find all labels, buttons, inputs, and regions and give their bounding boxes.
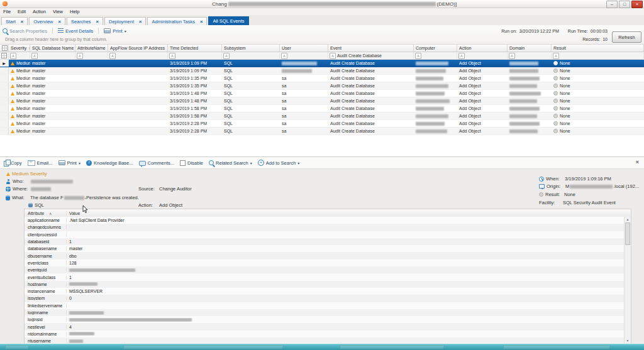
taskbar-button[interactable]: [340, 345, 444, 349]
event-row[interactable]: ▶Mediummaster3/19/2019 1:09 PMSQLAudit C…: [0, 60, 644, 67]
attribute-row[interactable]: nestlevel4: [25, 323, 624, 330]
column-header-appflow-source-ip-address[interactable]: AppFlow Source IP Address: [108, 45, 168, 52]
filter-cell-subsystem[interactable]: A: [222, 52, 280, 59]
print-button[interactable]: Print ▾: [104, 28, 126, 34]
attribute-row[interactable]: eventclass128: [25, 260, 624, 266]
search-properties-button[interactable]: Search Properties: [3, 28, 47, 34]
tab-overview[interactable]: Overview×: [29, 17, 65, 25]
column-header-attributename[interactable]: AttributeName: [75, 45, 108, 52]
scroll-down-icon[interactable]: ▼: [625, 338, 631, 343]
taskbar-button[interactable]: [123, 345, 283, 349]
detail-tool-print[interactable]: Print▾: [58, 160, 80, 166]
filter-cell-action[interactable]: A: [457, 52, 508, 59]
refresh-button[interactable]: Refresh: [612, 31, 641, 43]
tab-close-icon[interactable]: ×: [21, 19, 23, 24]
filter-cell-appflow-source-ip-address[interactable]: A: [108, 52, 168, 59]
tab-close-icon[interactable]: ×: [139, 19, 142, 24]
filter-cell-domain[interactable]: A: [508, 52, 552, 59]
event-row[interactable]: Mediummaster3/19/2019 1:48 PMSQLsaAudit …: [0, 90, 644, 97]
minimize-button[interactable]: –: [606, 1, 618, 8]
tab-administration-tasks[interactable]: Administration Tasks×: [147, 17, 207, 25]
filter-cell-result[interactable]: A: [552, 52, 644, 59]
taskbar-button[interactable]: [503, 345, 610, 349]
event-row[interactable]: Mediummaster3/19/2019 2:28 PMSQLsaAudit …: [0, 128, 644, 135]
event-row[interactable]: Mediummaster3/19/2019 1:48 PMSQLsaAudit …: [0, 97, 644, 105]
column-header-sql-database-name[interactable]: SQL Database Name: [30, 45, 75, 52]
filter-icon[interactable]: A: [415, 53, 421, 59]
filter-icon[interactable]: A: [509, 53, 515, 59]
attribute-row[interactable]: loginname: [25, 309, 624, 316]
detail-tool-disable[interactable]: Disable: [180, 160, 203, 166]
filter-icon[interactable]: A: [10, 53, 16, 59]
tab-close-icon[interactable]: ×: [58, 19, 61, 24]
attribute-row[interactable]: databaseid1: [25, 238, 624, 245]
filter-cell-user[interactable]: A: [280, 52, 328, 59]
attribute-scrollbar[interactable]: ▲ ▼: [624, 217, 631, 344]
column-header-action[interactable]: Action: [457, 45, 508, 52]
filter-icon[interactable]: A: [223, 53, 230, 59]
detail-tool-copy[interactable]: Copy: [4, 160, 22, 167]
scrollbar-thumb[interactable]: [625, 222, 630, 245]
attribute-column-header[interactable]: Attribute ∧: [25, 211, 67, 216]
filter-icon[interactable]: A: [77, 53, 83, 59]
event-row[interactable]: Mediummaster3/19/2019 2:28 PMSQLsaAudit …: [0, 120, 644, 128]
column-header-time-detected[interactable]: Time Detected: [168, 45, 222, 52]
attribute-row[interactable]: eventsubclass1: [25, 273, 624, 280]
attribute-row[interactable]: databasenamemaster: [25, 245, 624, 252]
column-header-result[interactable]: Result: [552, 45, 644, 52]
attribute-row[interactable]: linkedservername: [25, 302, 624, 309]
filter-cell-sql-database-name[interactable]: A: [30, 52, 75, 59]
column-header-user[interactable]: User: [280, 45, 328, 52]
tab-start[interactable]: Start×: [1, 17, 28, 25]
attribute-row[interactable]: clientprocessid: [25, 231, 624, 238]
taskbar-button[interactable]: [5, 345, 29, 349]
filter-icon[interactable]: A: [31, 53, 38, 59]
menu-edit[interactable]: Edit: [18, 9, 26, 14]
close-button[interactable]: ×: [631, 1, 643, 8]
menu-action[interactable]: Action: [33, 9, 46, 14]
maximize-button[interactable]: □: [619, 1, 630, 8]
tab-deployment[interactable]: Deployment×: [104, 17, 146, 25]
menu-help[interactable]: Help: [70, 9, 79, 14]
attribute-row[interactable]: loginsid: [25, 316, 624, 323]
attribute-row[interactable]: issystem0: [25, 295, 624, 302]
filter-cell-computer[interactable]: A: [414, 52, 457, 59]
filter-cell-severity[interactable]: A: [9, 52, 30, 59]
event-details-button[interactable]: Event Details: [58, 28, 93, 34]
event-row[interactable]: Mediummaster3/19/2019 1:58 PMSQLsaAudit …: [0, 105, 644, 112]
column-header-severity[interactable]: Severity∨: [9, 45, 30, 52]
attribute-row[interactable]: instancenameMSSQLSERVER: [25, 288, 624, 295]
detail-tool-related-search[interactable]: Related Search▾: [209, 160, 252, 166]
column-header-computer[interactable]: Computer: [414, 45, 457, 52]
filter-icon[interactable]: A: [458, 53, 465, 59]
tab-searches[interactable]: Searches×: [67, 17, 103, 25]
detail-tool-comments[interactable]: Comments...: [139, 160, 175, 166]
filter-icon[interactable]: A: [553, 53, 559, 59]
filter-cell-attributename[interactable]: A: [75, 52, 108, 59]
attribute-row[interactable]: applicationname.Net SqlClient Data Provi…: [25, 217, 624, 224]
menu-view[interactable]: View: [53, 9, 63, 14]
tab-close-icon[interactable]: ×: [96, 19, 99, 24]
value-column-header[interactable]: Value: [67, 211, 631, 216]
attribute-row[interactable]: hostname: [25, 281, 624, 288]
attribute-row[interactable]: changedcolumns: [25, 224, 624, 231]
filter-icon[interactable]: A: [109, 53, 116, 59]
filter-icon[interactable]: A: [281, 53, 287, 59]
detail-close-icon[interactable]: ×: [636, 159, 639, 165]
detail-tool-add-to-search[interactable]: Add to Search▾: [258, 160, 300, 166]
filter-icon[interactable]: A: [330, 53, 336, 59]
attribute-row[interactable]: ntdomainname: [25, 331, 624, 337]
tab-all-sql-events[interactable]: All SQL Events: [208, 16, 248, 25]
attribute-row[interactable]: ntusername: [25, 337, 624, 344]
column-header-event[interactable]: Event: [328, 45, 414, 52]
filter-cell-event[interactable]: AAudit Create Database: [328, 52, 414, 59]
detail-tool-email[interactable]: Email...: [28, 160, 53, 166]
filter-icon[interactable]: A: [169, 53, 175, 59]
attribute-row[interactable]: eventguid: [25, 266, 624, 273]
menu-file[interactable]: File: [3, 9, 11, 14]
event-row[interactable]: Mediummaster3/19/2019 1:09 PMSQLAudit Cr…: [0, 67, 644, 75]
scroll-up-icon[interactable]: ▲: [625, 217, 631, 222]
detail-tool-knowledge-base[interactable]: Knowledge Base...: [86, 160, 133, 166]
column-header-domain[interactable]: Domain: [508, 45, 552, 52]
attribute-row[interactable]: dbusernamedbo: [25, 252, 624, 259]
